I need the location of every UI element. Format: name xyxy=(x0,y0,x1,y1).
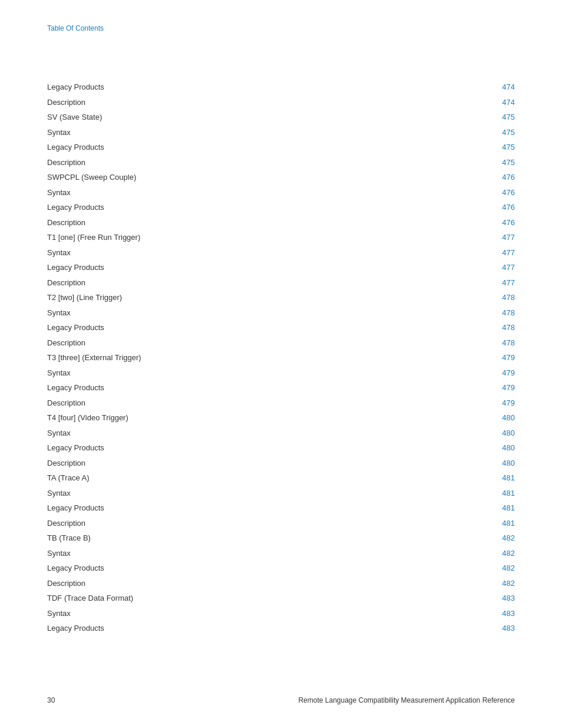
toc-entry-label[interactable]: Description xyxy=(47,456,480,471)
toc-link[interactable]: Table Of Contents xyxy=(47,24,104,32)
toc-entry-label[interactable]: Legacy Products xyxy=(47,320,480,335)
toc-entry-label[interactable]: Legacy Products xyxy=(47,621,480,636)
toc-entry-page[interactable]: 477 xyxy=(480,230,515,245)
toc-entry-label[interactable]: T1 [one] (Free Run Trigger) xyxy=(47,230,480,245)
toc-entry-label[interactable]: Legacy Products xyxy=(47,380,480,396)
toc-row: T2 [two] (Line Trigger)478 xyxy=(47,290,515,305)
toc-entry-page[interactable]: 477 xyxy=(480,275,515,291)
toc-entry-page[interactable]: 479 xyxy=(480,350,515,365)
toc-row: TDF (Trace Data Format)483 xyxy=(47,591,515,606)
toc-row: Description474 xyxy=(47,95,515,110)
toc-row: T4 [four] (Video Trigger)480 xyxy=(47,410,515,426)
toc-row: Legacy Products474 xyxy=(47,80,515,95)
toc-entry-page[interactable]: 476 xyxy=(480,185,515,200)
toc-entry-page[interactable]: 476 xyxy=(480,215,515,230)
toc-entry-page[interactable]: 479 xyxy=(480,365,515,381)
toc-entry-label[interactable]: Syntax xyxy=(47,486,480,501)
toc-row: Description476 xyxy=(47,215,515,230)
toc-row: Description481 xyxy=(47,516,515,531)
page-container: Table Of Contents Legacy Products474Desc… xyxy=(0,0,562,728)
toc-entry-page[interactable]: 483 xyxy=(480,591,515,606)
toc-entry-page[interactable]: 483 xyxy=(480,621,515,636)
toc-entry-label[interactable]: Description xyxy=(47,155,480,170)
toc-entry-page[interactable]: 478 xyxy=(480,305,515,321)
toc-row: Legacy Products478 xyxy=(47,320,515,335)
toc-entry-label[interactable]: Syntax xyxy=(47,606,480,621)
toc-entry-page[interactable]: 480 xyxy=(480,456,515,471)
footer-page-number: 30 xyxy=(47,696,55,704)
toc-entry-page[interactable]: 474 xyxy=(480,80,515,95)
toc-entry-label[interactable]: Syntax xyxy=(47,245,480,261)
toc-entry-page[interactable]: 481 xyxy=(480,470,515,486)
toc-entry-page[interactable]: 480 xyxy=(480,440,515,456)
toc-entry-label[interactable]: Description xyxy=(47,396,480,411)
toc-entry-label[interactable]: Legacy Products xyxy=(47,440,480,456)
toc-entry-page[interactable]: 478 xyxy=(480,290,515,305)
toc-entry-label[interactable]: Description xyxy=(47,335,480,351)
toc-entry-label[interactable]: T3 [three] (External Trigger) xyxy=(47,350,480,365)
toc-entry-page[interactable]: 482 xyxy=(480,546,515,561)
toc-entry-page[interactable]: 481 xyxy=(480,500,515,516)
toc-entry-label[interactable]: Syntax xyxy=(47,546,480,561)
toc-row: T1 [one] (Free Run Trigger)477 xyxy=(47,230,515,245)
toc-table: Legacy Products474Description474SV (Save… xyxy=(47,80,515,636)
toc-row: Syntax483 xyxy=(47,606,515,621)
toc-row: Description482 xyxy=(47,576,515,591)
toc-entry-page[interactable]: 474 xyxy=(480,95,515,110)
toc-entry-label[interactable]: Description xyxy=(47,275,480,291)
toc-entry-label[interactable]: T4 [four] (Video Trigger) xyxy=(47,410,480,426)
toc-entry-page[interactable]: 482 xyxy=(480,561,515,576)
toc-entry-label[interactable]: TA (Trace A) xyxy=(47,470,480,486)
toc-row: SV (Save State)475 xyxy=(47,110,515,125)
toc-entry-page[interactable]: 482 xyxy=(480,576,515,591)
toc-entry-page[interactable]: 478 xyxy=(480,320,515,335)
toc-entry-label[interactable]: Legacy Products xyxy=(47,260,480,275)
toc-row: Syntax482 xyxy=(47,546,515,561)
toc-entry-label[interactable]: TDF (Trace Data Format) xyxy=(47,591,480,606)
toc-entry-page[interactable]: 476 xyxy=(480,170,515,185)
toc-entry-label[interactable]: SV (Save State) xyxy=(47,110,480,125)
toc-row: T3 [three] (External Trigger)479 xyxy=(47,350,515,365)
toc-row: Legacy Products479 xyxy=(47,380,515,396)
toc-entry-label[interactable]: Description xyxy=(47,215,480,230)
toc-entry-label[interactable]: Legacy Products xyxy=(47,200,480,215)
toc-entry-page[interactable]: 480 xyxy=(480,426,515,441)
toc-entry-label[interactable]: Syntax xyxy=(47,305,480,321)
toc-entry-label[interactable]: Legacy Products xyxy=(47,80,480,95)
toc-entry-label[interactable]: Syntax xyxy=(47,426,480,441)
toc-header: Table Of Contents xyxy=(47,24,515,32)
toc-entry-page[interactable]: 481 xyxy=(480,486,515,501)
toc-entry-page[interactable]: 477 xyxy=(480,245,515,261)
toc-entry-page[interactable]: 479 xyxy=(480,380,515,396)
toc-entry-page[interactable]: 475 xyxy=(480,140,515,155)
toc-row: Description475 xyxy=(47,155,515,170)
toc-entry-page[interactable]: 477 xyxy=(480,260,515,275)
toc-entry-page[interactable]: 482 xyxy=(480,531,515,546)
toc-entry-page[interactable]: 475 xyxy=(480,125,515,140)
toc-entry-label[interactable]: Legacy Products xyxy=(47,500,480,516)
toc-entry-page[interactable]: 478 xyxy=(480,335,515,351)
toc-entry-page[interactable]: 483 xyxy=(480,606,515,621)
toc-row: Legacy Products475 xyxy=(47,140,515,155)
toc-entry-page[interactable]: 475 xyxy=(480,110,515,125)
toc-entry-label[interactable]: Description xyxy=(47,95,480,110)
toc-entry-page[interactable]: 480 xyxy=(480,410,515,426)
toc-entry-label[interactable]: Syntax xyxy=(47,365,480,381)
toc-entry-label[interactable]: TB (Trace B) xyxy=(47,531,480,546)
toc-entry-page[interactable]: 481 xyxy=(480,516,515,531)
toc-entry-label[interactable]: Syntax xyxy=(47,125,480,140)
toc-entry-label[interactable]: Syntax xyxy=(47,185,480,200)
toc-entry-label[interactable]: Description xyxy=(47,576,480,591)
toc-entry-page[interactable]: 476 xyxy=(480,200,515,215)
toc-row: Legacy Products476 xyxy=(47,200,515,215)
toc-entry-page[interactable]: 479 xyxy=(480,396,515,411)
toc-entry-label[interactable]: Legacy Products xyxy=(47,561,480,576)
toc-row: Syntax481 xyxy=(47,486,515,501)
toc-row: Syntax478 xyxy=(47,305,515,321)
toc-row: Syntax476 xyxy=(47,185,515,200)
toc-entry-label[interactable]: SWPCPL (Sweep Couple) xyxy=(47,170,480,185)
toc-entry-page[interactable]: 475 xyxy=(480,155,515,170)
toc-entry-label[interactable]: Description xyxy=(47,516,480,531)
toc-entry-label[interactable]: Legacy Products xyxy=(47,140,480,155)
toc-entry-label[interactable]: T2 [two] (Line Trigger) xyxy=(47,290,480,305)
